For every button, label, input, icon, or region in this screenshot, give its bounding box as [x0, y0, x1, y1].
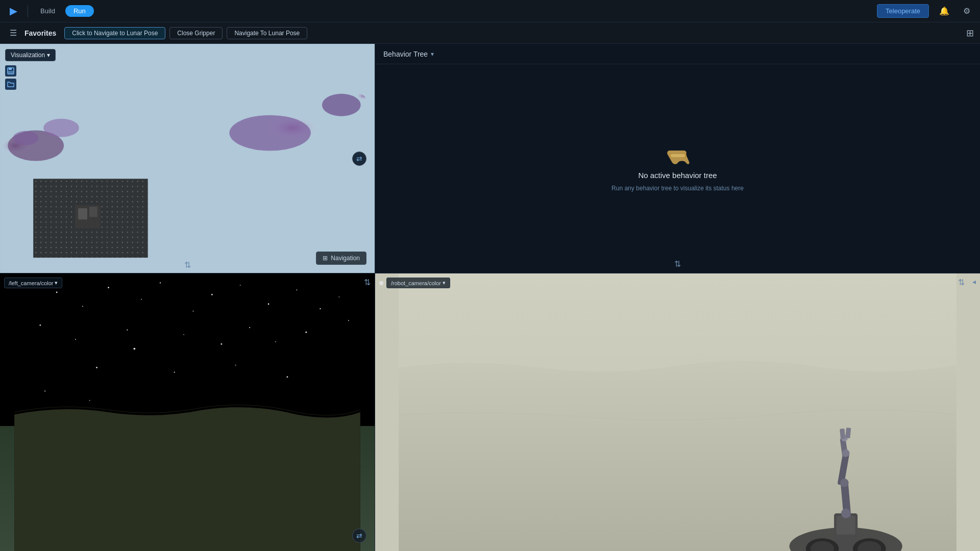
- visualization-dropdown[interactable]: Visualization ▾: [5, 49, 56, 61]
- svg-point-24: [108, 287, 109, 288]
- svg-rect-0: [0, 44, 374, 273]
- panel-robot-camera: /robot_camera/color ▾ ⇅ ◂: [375, 273, 980, 551]
- viz-dropdown-chevron: ▾: [47, 52, 50, 59]
- left-camera-chevron: ▾: [55, 280, 58, 286]
- robot-camera-topic: /robot_camera/color: [391, 280, 441, 286]
- panel-left-camera: /left_camera/color ▾ ⇅ ⇄: [0, 273, 375, 551]
- panel-toggle-button[interactable]: ☰: [6, 26, 20, 40]
- grid-icon: ⊞: [966, 28, 974, 38]
- svg-rect-62: [845, 428, 851, 438]
- svg-rect-9: [33, 179, 148, 258]
- svg-rect-14: [89, 207, 97, 217]
- cam-left-swap-button[interactable]: ⇄: [352, 529, 366, 543]
- bt-resize-handle[interactable]: ⇅: [674, 259, 681, 269]
- cam-right-expand-button[interactable]: ◂: [972, 278, 976, 286]
- svg-rect-53: [837, 516, 855, 535]
- viz-dropdown-label: Visualization: [11, 52, 45, 59]
- favorites-bar: ☰ Favorites Click to Navigate to Lunar P…: [0, 22, 980, 44]
- svg-point-27: [193, 311, 194, 312]
- svg-point-49: [89, 400, 90, 401]
- svg-point-45: [174, 372, 175, 373]
- panel-visualization: grid Visualization ▾: [0, 44, 375, 273]
- svg-point-44: [96, 367, 97, 368]
- cam-right-header: /robot_camera/color ▾: [379, 278, 450, 288]
- cam-right-resize-handle[interactable]: ⇅: [958, 278, 965, 287]
- left-camera-dropdown[interactable]: /left_camera/color ▾: [4, 278, 62, 288]
- svg-point-32: [320, 308, 321, 309]
- fav-btn-navigate-lunar[interactable]: Click to Navigate to Lunar Pose: [64, 27, 165, 39]
- cam-left-swap-icon: ⇄: [356, 532, 362, 540]
- expand-cam-right-icon: ◂: [972, 278, 976, 286]
- teleop-button[interactable]: Teleoperate: [877, 4, 929, 18]
- navigation-label: ⊞ Navigation: [316, 252, 366, 265]
- left-camera-topic: /left_camera/color: [9, 280, 53, 286]
- settings-icon: ⚙: [963, 6, 970, 16]
- viz-icon-save[interactable]: [5, 65, 16, 77]
- bt-empty-icon: [666, 145, 690, 166]
- run-button[interactable]: Run: [65, 5, 94, 17]
- svg-point-43: [348, 320, 349, 321]
- bt-title: Behavior Tree: [383, 50, 428, 58]
- svg-point-28: [211, 294, 213, 295]
- svg-point-35: [75, 339, 76, 340]
- nav-text: Navigation: [331, 255, 360, 262]
- svg-point-36: [127, 330, 128, 331]
- panel-behavior-tree: Behavior Tree ▾ No active behavior tree …: [375, 44, 980, 273]
- svg-point-5: [313, 90, 370, 120]
- svg-point-8: [13, 131, 38, 145]
- viz-background: grid Visualization ▾: [0, 44, 375, 273]
- svg-point-39: [220, 343, 222, 345]
- svg-point-33: [338, 296, 339, 297]
- viz-swap-button[interactable]: ⇄: [352, 152, 366, 166]
- svg-rect-17: [8, 71, 13, 73]
- svg-point-37: [133, 348, 135, 350]
- svg-point-30: [268, 304, 270, 305]
- viz-icon-row: [5, 65, 56, 90]
- viz-resize-handle[interactable]: ⇅: [184, 260, 191, 270]
- resize-bt-icon: ⇅: [674, 260, 681, 268]
- robot-camera-dropdown[interactable]: /robot_camera/color ▾: [386, 278, 450, 288]
- svg-rect-16: [9, 68, 12, 70]
- favorites-label: Favorites: [24, 29, 56, 37]
- viz-toolbar: Visualization ▾: [5, 49, 56, 90]
- resize-cam-right-icon: ⇅: [958, 278, 965, 287]
- svg-point-34: [39, 324, 41, 326]
- svg-rect-12: [75, 205, 101, 228]
- fav-btn-close-gripper[interactable]: Close Gripper: [169, 27, 223, 39]
- svg-rect-20: [671, 154, 685, 157]
- svg-point-26: [160, 282, 161, 283]
- nav-icon: ⊞: [323, 255, 328, 262]
- svg-point-58: [840, 479, 849, 487]
- menu-icon: ☰: [10, 28, 17, 38]
- bt-empty-title: No active behavior tree: [638, 171, 717, 180]
- cam-left-resize-handle[interactable]: ⇅: [364, 278, 371, 287]
- svg-point-6: [322, 94, 361, 116]
- bt-empty-subtitle: Run any behavior tree to visualize its s…: [611, 185, 744, 192]
- fav-btn-navigate-lunar-2[interactable]: Navigate To Lunar Pose: [227, 27, 307, 39]
- bt-chevron[interactable]: ▾: [431, 51, 434, 58]
- bt-body: No active behavior tree Run any behavior…: [375, 64, 980, 273]
- svg-point-40: [249, 327, 250, 328]
- svg-point-38: [183, 334, 184, 335]
- svg-point-22: [56, 291, 58, 293]
- resize-v-icon: ⇅: [184, 261, 191, 269]
- svg-point-29: [240, 285, 241, 286]
- build-button[interactable]: Build: [35, 5, 60, 17]
- svg-rect-11: [33, 179, 148, 258]
- settings-button[interactable]: ⚙: [960, 4, 974, 18]
- notification-button[interactable]: 🔔: [937, 4, 951, 18]
- swap-icon: ⇄: [356, 155, 362, 163]
- viz-icon-folder[interactable]: [5, 79, 16, 90]
- svg-point-48: [44, 390, 45, 391]
- svg-point-25: [141, 299, 142, 300]
- favorites-bar-right: ⊞: [966, 28, 974, 39]
- svg-point-42: [305, 332, 307, 333]
- svg-point-47: [287, 376, 288, 378]
- svg-point-3: [214, 108, 326, 159]
- layout-grid-button[interactable]: ⊞: [966, 28, 974, 39]
- cam-left-header: /left_camera/color ▾: [4, 278, 62, 288]
- svg-point-41: [275, 341, 276, 342]
- bt-header: Behavior Tree ▾: [375, 44, 980, 64]
- svg-point-31: [296, 289, 297, 290]
- top-bar: ▶ Build Run Teleoperate 🔔 ⚙: [0, 0, 980, 22]
